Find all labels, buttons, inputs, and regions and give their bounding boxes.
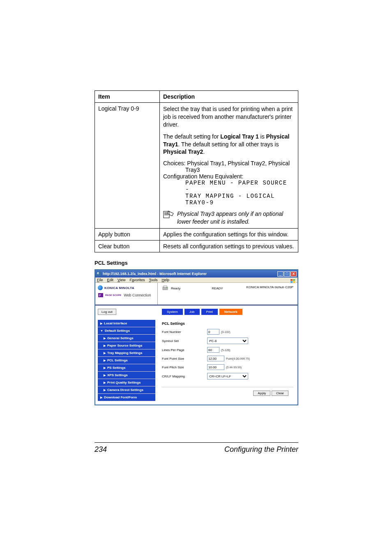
svg-rect-5 (291, 279, 293, 281)
font-point-size-label: Font Point Size (162, 357, 207, 361)
spec-table: Item Description Logical Tray 0-9 Select… (95, 90, 298, 252)
svg-rect-7 (291, 281, 293, 283)
minimize-button[interactable]: _ (277, 271, 284, 277)
apply-button[interactable]: Apply (253, 391, 270, 396)
sidebar-item-local-interface[interactable]: Local Interface (98, 320, 155, 327)
km-logo-icon (98, 285, 103, 290)
sidebar-item-print-quality-settings[interactable]: Print Quality Settings (98, 379, 155, 386)
font-pitch-size-label: Font Pitch Size (162, 365, 207, 369)
ie-icon (96, 271, 101, 276)
sidebar-item-tray-mapping-settings[interactable]: Tray Mapping Settings (98, 349, 155, 357)
status-ready-small: Ready (171, 287, 180, 290)
sidebar-item-xps-settings[interactable]: XPS Settings (98, 372, 155, 379)
row1-note: Physical Tray3 appears only if an option… (163, 210, 295, 226)
row3-desc: Resets all configuration settings to pre… (160, 240, 298, 252)
sidebar-item-general-settings[interactable]: General Settings (98, 335, 155, 342)
window-title: http://192.168.1.2/a_index.html - Micros… (103, 272, 207, 276)
note-icon (163, 210, 174, 220)
menu-file[interactable]: File (97, 278, 103, 282)
svg-rect-6 (293, 279, 295, 281)
tab-network[interactable]: Network (219, 309, 242, 315)
printer-icon (162, 285, 168, 291)
svg-point-13 (166, 287, 167, 288)
footer-title: Configuring the Printer (224, 445, 298, 454)
symbol-set-label: Symbol Set (162, 339, 207, 343)
row2-item: Apply button (95, 229, 160, 240)
svg-rect-8 (293, 281, 295, 283)
sidebar-item-paper-source-settings[interactable]: Paper Source Settings (98, 342, 155, 349)
th-item: Item (95, 91, 160, 103)
row1-cfg: Configuration Menu Equivalent: (163, 173, 295, 180)
brand-name: KONICA MINOLTA (104, 286, 134, 290)
menu-favorites[interactable]: Favorites (129, 278, 145, 282)
row1-choices: Choices: Physical Tray1, Physical Tray2,… (163, 160, 295, 173)
web-connection-text: Web Connection (124, 293, 151, 297)
th-desc: Description (160, 91, 298, 103)
sidebar-item-pcl-settings[interactable]: PCL Settings (98, 357, 155, 364)
tab-system[interactable]: System (162, 309, 183, 315)
lines-per-page-input[interactable] (207, 347, 219, 353)
symbol-set-select[interactable]: PC-8 (207, 338, 248, 344)
crlf-mapping-label: CR/LF Mapping (162, 375, 207, 378)
font-number-hint: (0-102) (221, 331, 231, 333)
close-button[interactable]: X (291, 271, 297, 277)
footer-rule (95, 442, 298, 443)
sidebar-item-default-settings[interactable]: Default Settings (98, 327, 155, 335)
lines-per-page-label: Lines Per Page (162, 348, 207, 352)
titlebar[interactable]: http://192.168.1.2/a_index.html - Micros… (95, 270, 297, 278)
logout-button[interactable]: Log out (98, 309, 116, 315)
row1-mono3: TRAY0-9 (185, 199, 295, 206)
font-number-label: Font Number (162, 330, 207, 334)
font-pitch-size-hint: (0.44-99.99) (226, 366, 242, 369)
row1-mono2: TRAY MAPPING - LOGICAL (185, 193, 295, 199)
menu-edit[interactable]: Edit (107, 278, 114, 282)
font-point-size-hint: Point(4.00-999.75) (226, 357, 250, 360)
menu-view[interactable]: View (118, 278, 125, 282)
sidebar-item-ps-settings[interactable]: PS Settings (98, 364, 155, 372)
page-number: 234 (95, 445, 107, 454)
row1-desc: Select the tray that is used for printin… (160, 103, 298, 229)
lines-per-page-hint: (5-128) (221, 349, 231, 352)
svg-text:P: P (99, 294, 101, 297)
page-footer: 234 Configuring the Printer (95, 445, 298, 454)
app-header: KONICA MINOLTA P PAGE SCOPE Web Connecti… (95, 283, 297, 305)
model-name: KONICA MINOLTA bizhub C20P (247, 285, 293, 289)
clear-button[interactable]: Clear (272, 391, 288, 396)
crlf-mapping-select[interactable]: CR=CR LF=LF (207, 373, 248, 379)
pcl-subhead: PCL Settings (95, 260, 344, 266)
browser-window: http://192.168.1.2/a_index.html - Micros… (95, 269, 298, 405)
svg-rect-12 (164, 286, 167, 287)
font-number-input[interactable] (207, 329, 219, 335)
menu-tools[interactable]: Tools (149, 278, 157, 282)
sidebar: Log out Local Interface Default Settings… (95, 305, 158, 405)
row3-item: Clear button (95, 240, 160, 252)
font-pitch-size-input[interactable] (207, 364, 224, 370)
svg-rect-0 (164, 211, 169, 218)
menu-help[interactable]: Help (161, 278, 169, 282)
row1-p1: Select the tray that is used for printin… (163, 105, 295, 129)
row1-p2: The default setting for Logical Tray 1 i… (163, 133, 295, 156)
sidebar-item-download-font-form[interactable]: Download Font/Form (98, 394, 155, 401)
maximize-button[interactable]: □ (284, 271, 290, 277)
windows-flag-icon (290, 278, 296, 284)
row2-desc: Applies the configuration settings for t… (160, 229, 298, 240)
tab-job[interactable]: Job (184, 309, 200, 315)
font-point-size-input[interactable] (207, 356, 224, 361)
tabs: System Job Print Network (162, 309, 293, 315)
menubar[interactable]: File Edit View Favorites Tools Help (95, 278, 297, 283)
sidebar-item-camera-direct-settings[interactable]: Camera Direct Settings (98, 386, 155, 394)
tab-print[interactable]: Print (201, 309, 218, 315)
row1-mono1: PAPER MENU - PAPER SOURCE - (185, 180, 295, 193)
pagescope-icon: P (98, 293, 104, 298)
status-ready-big: READY (212, 287, 223, 290)
row1-item: Logical Tray 0-9 (95, 103, 160, 229)
panel-title: PCL Settings (162, 321, 293, 326)
pagescope-text: PAGE SCOPE (105, 294, 121, 296)
